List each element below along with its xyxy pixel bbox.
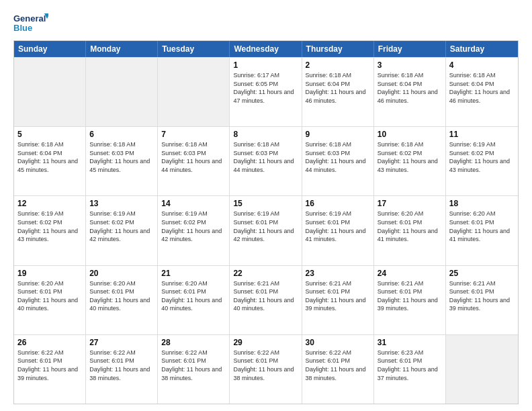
cal-cell-3-4: 23Sunrise: 6:21 AM Sunset: 6:01 PM Dayli… xyxy=(302,266,374,334)
cell-info: Sunrise: 6:22 AM Sunset: 6:01 PM Dayligh… xyxy=(161,349,226,382)
day-number: 20 xyxy=(89,269,154,278)
cal-cell-2-0: 12Sunrise: 6:19 AM Sunset: 6:02 PM Dayli… xyxy=(14,196,86,265)
header-cell-tuesday: Tuesday xyxy=(158,41,230,57)
day-number: 7 xyxy=(161,130,226,139)
cal-cell-3-0: 19Sunrise: 6:20 AM Sunset: 6:01 PM Dayli… xyxy=(14,266,86,334)
cal-cell-4-3: 29Sunrise: 6:22 AM Sunset: 6:01 PM Dayli… xyxy=(230,335,302,404)
cal-cell-0-3: 1Sunrise: 6:17 AM Sunset: 6:05 PM Daylig… xyxy=(230,58,302,126)
day-number: 11 xyxy=(449,130,515,139)
cal-cell-3-2: 21Sunrise: 6:20 AM Sunset: 6:01 PM Dayli… xyxy=(158,266,230,334)
calendar-row-1: 1Sunrise: 6:17 AM Sunset: 6:05 PM Daylig… xyxy=(14,57,518,126)
cal-cell-2-1: 13Sunrise: 6:19 AM Sunset: 6:02 PM Dayli… xyxy=(86,196,158,265)
cal-cell-3-5: 24Sunrise: 6:21 AM Sunset: 6:01 PM Dayli… xyxy=(374,266,446,334)
cell-info: Sunrise: 6:19 AM Sunset: 6:01 PM Dayligh… xyxy=(306,210,370,243)
day-number: 6 xyxy=(89,130,154,139)
day-number: 15 xyxy=(233,199,298,208)
day-number: 28 xyxy=(161,338,226,347)
day-number: 17 xyxy=(378,199,442,208)
day-number: 24 xyxy=(378,269,442,278)
cal-cell-0-2 xyxy=(158,58,230,126)
day-number: 5 xyxy=(17,130,82,139)
cell-info: Sunrise: 6:18 AM Sunset: 6:03 PM Dayligh… xyxy=(89,140,154,174)
header-cell-sunday: Sunday xyxy=(14,41,86,57)
cal-cell-4-5: 31Sunrise: 6:23 AM Sunset: 6:01 PM Dayli… xyxy=(374,335,446,404)
day-number: 8 xyxy=(233,130,298,139)
day-number: 12 xyxy=(17,199,82,208)
day-number: 4 xyxy=(449,60,515,70)
calendar-row-5: 26Sunrise: 6:22 AM Sunset: 6:01 PM Dayli… xyxy=(14,334,518,404)
day-number: 13 xyxy=(89,199,154,208)
cell-info: Sunrise: 6:18 AM Sunset: 6:02 PM Dayligh… xyxy=(378,140,442,174)
cell-info: Sunrise: 6:20 AM Sunset: 6:01 PM Dayligh… xyxy=(161,279,226,313)
day-number: 21 xyxy=(161,269,226,278)
cell-info: Sunrise: 6:18 AM Sunset: 6:03 PM Dayligh… xyxy=(233,140,298,174)
calendar-header: SundayMondayTuesdayWednesdayThursdayFrid… xyxy=(14,41,518,57)
day-number: 3 xyxy=(378,60,442,70)
cal-cell-2-2: 14Sunrise: 6:19 AM Sunset: 6:02 PM Dayli… xyxy=(158,196,230,265)
day-number: 29 xyxy=(233,338,298,347)
day-number: 23 xyxy=(306,269,370,278)
day-number: 31 xyxy=(378,338,442,347)
cal-cell-0-5: 3Sunrise: 6:18 AM Sunset: 6:04 PM Daylig… xyxy=(374,58,446,126)
day-number: 26 xyxy=(17,338,82,347)
cal-cell-1-6: 11Sunrise: 6:19 AM Sunset: 6:02 PM Dayli… xyxy=(446,127,518,195)
cal-cell-4-1: 27Sunrise: 6:22 AM Sunset: 6:01 PM Dayli… xyxy=(86,335,158,404)
day-number: 30 xyxy=(306,338,370,347)
header: General Blue xyxy=(13,11,519,35)
cell-info: Sunrise: 6:21 AM Sunset: 6:01 PM Dayligh… xyxy=(449,279,515,313)
calendar-row-3: 12Sunrise: 6:19 AM Sunset: 6:02 PM Dayli… xyxy=(14,195,518,265)
cell-info: Sunrise: 6:19 AM Sunset: 6:02 PM Dayligh… xyxy=(161,210,226,243)
header-cell-monday: Monday xyxy=(86,41,158,57)
cal-cell-4-4: 30Sunrise: 6:22 AM Sunset: 6:01 PM Dayli… xyxy=(302,335,374,404)
cell-info: Sunrise: 6:20 AM Sunset: 6:01 PM Dayligh… xyxy=(89,279,154,313)
cell-info: Sunrise: 6:20 AM Sunset: 6:01 PM Dayligh… xyxy=(378,210,442,243)
day-number: 19 xyxy=(17,269,82,278)
cal-cell-3-6: 25Sunrise: 6:21 AM Sunset: 6:01 PM Dayli… xyxy=(446,266,518,334)
cal-cell-2-5: 17Sunrise: 6:20 AM Sunset: 6:01 PM Dayli… xyxy=(374,196,446,265)
cal-cell-2-6: 18Sunrise: 6:20 AM Sunset: 6:01 PM Dayli… xyxy=(446,196,518,265)
cal-cell-4-0: 26Sunrise: 6:22 AM Sunset: 6:01 PM Dayli… xyxy=(14,335,86,404)
day-number: 2 xyxy=(306,60,370,70)
cal-cell-0-4: 2Sunrise: 6:18 AM Sunset: 6:04 PM Daylig… xyxy=(302,58,374,126)
cal-cell-2-4: 16Sunrise: 6:19 AM Sunset: 6:01 PM Dayli… xyxy=(302,196,374,265)
cell-info: Sunrise: 6:19 AM Sunset: 6:01 PM Dayligh… xyxy=(233,210,298,243)
day-number: 22 xyxy=(233,269,298,278)
cell-info: Sunrise: 6:18 AM Sunset: 6:04 PM Dayligh… xyxy=(378,71,442,105)
cell-info: Sunrise: 6:23 AM Sunset: 6:01 PM Dayligh… xyxy=(378,349,442,382)
svg-text:General: General xyxy=(13,13,46,24)
cal-cell-1-2: 7Sunrise: 6:18 AM Sunset: 6:03 PM Daylig… xyxy=(158,127,230,195)
cal-cell-0-1 xyxy=(86,58,158,126)
cal-cell-1-4: 9Sunrise: 6:18 AM Sunset: 6:03 PM Daylig… xyxy=(302,127,374,195)
cell-info: Sunrise: 6:22 AM Sunset: 6:01 PM Dayligh… xyxy=(233,349,298,382)
logo: General Blue xyxy=(13,11,48,35)
cell-info: Sunrise: 6:19 AM Sunset: 6:02 PM Dayligh… xyxy=(17,210,82,243)
cal-cell-0-0 xyxy=(14,58,86,126)
cell-info: Sunrise: 6:20 AM Sunset: 6:01 PM Dayligh… xyxy=(17,279,82,313)
cell-info: Sunrise: 6:18 AM Sunset: 6:03 PM Dayligh… xyxy=(306,140,370,174)
cal-cell-1-1: 6Sunrise: 6:18 AM Sunset: 6:03 PM Daylig… xyxy=(86,127,158,195)
cell-info: Sunrise: 6:22 AM Sunset: 6:01 PM Dayligh… xyxy=(306,349,370,382)
cal-cell-1-0: 5Sunrise: 6:18 AM Sunset: 6:04 PM Daylig… xyxy=(14,127,86,195)
day-number: 27 xyxy=(89,338,154,347)
calendar-body: 1Sunrise: 6:17 AM Sunset: 6:05 PM Daylig… xyxy=(14,57,518,404)
header-cell-saturday: Saturday xyxy=(446,41,518,57)
header-cell-wednesday: Wednesday xyxy=(230,41,302,57)
header-cell-friday: Friday xyxy=(374,41,446,57)
cal-cell-1-3: 8Sunrise: 6:18 AM Sunset: 6:03 PM Daylig… xyxy=(230,127,302,195)
header-cell-thursday: Thursday xyxy=(302,41,374,57)
day-number: 9 xyxy=(306,130,370,139)
cal-cell-2-3: 15Sunrise: 6:19 AM Sunset: 6:01 PM Dayli… xyxy=(230,196,302,265)
cell-info: Sunrise: 6:19 AM Sunset: 6:02 PM Dayligh… xyxy=(89,210,154,243)
cell-info: Sunrise: 6:18 AM Sunset: 6:03 PM Dayligh… xyxy=(161,140,226,174)
cell-info: Sunrise: 6:21 AM Sunset: 6:01 PM Dayligh… xyxy=(378,279,442,313)
cell-info: Sunrise: 6:20 AM Sunset: 6:01 PM Dayligh… xyxy=(449,210,515,243)
day-number: 18 xyxy=(449,199,515,208)
page: General Blue SundayMondayTuesdayWednesda… xyxy=(0,0,532,411)
cell-info: Sunrise: 6:18 AM Sunset: 6:04 PM Dayligh… xyxy=(17,140,82,174)
logo-svg: General Blue xyxy=(13,11,48,35)
day-number: 25 xyxy=(449,269,515,278)
cal-cell-4-6 xyxy=(446,335,518,404)
svg-text:Blue: Blue xyxy=(13,23,32,33)
day-number: 14 xyxy=(161,199,226,208)
cal-cell-1-5: 10Sunrise: 6:18 AM Sunset: 6:02 PM Dayli… xyxy=(374,127,446,195)
